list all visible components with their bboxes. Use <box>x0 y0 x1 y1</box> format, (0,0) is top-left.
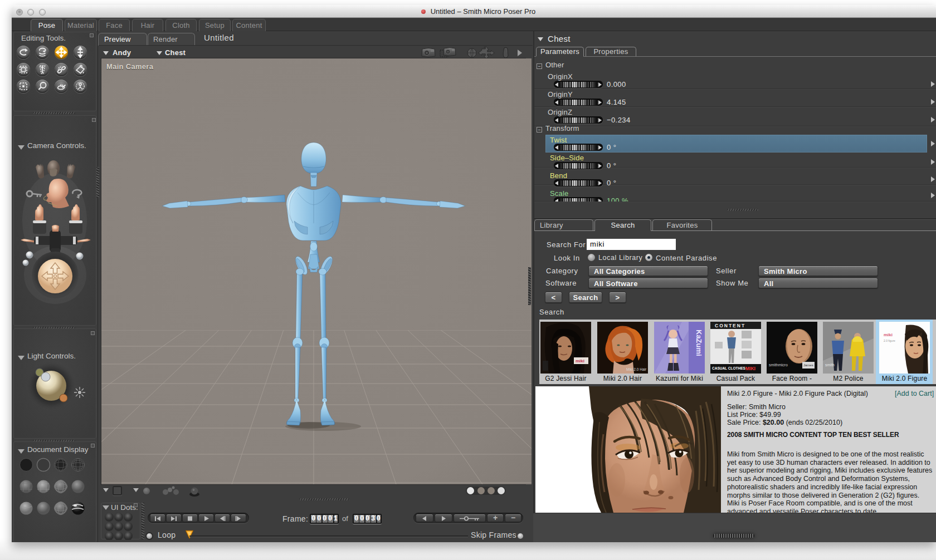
svg-text:CASUAL CLOTHES: CASUAL CLOTHES <box>712 366 745 370</box>
svg-text:2.0 figure: 2.0 figure <box>884 339 895 342</box>
svg-text:James: James <box>803 363 813 367</box>
svg-text:miki: miki <box>576 358 584 363</box>
svg-text:miki: miki <box>884 332 893 337</box>
svg-text:smith: smith <box>825 363 835 367</box>
svg-text:smithmicro: smithmicro <box>769 363 788 367</box>
svg-text:KaZumi: KaZumi <box>695 330 703 356</box>
svg-text:MIKI: MIKI <box>745 366 755 371</box>
svg-text:CONTENT: CONTENT <box>715 323 745 328</box>
svg-text:Miki 2.0 Hair: Miki 2.0 Hair <box>626 367 647 371</box>
